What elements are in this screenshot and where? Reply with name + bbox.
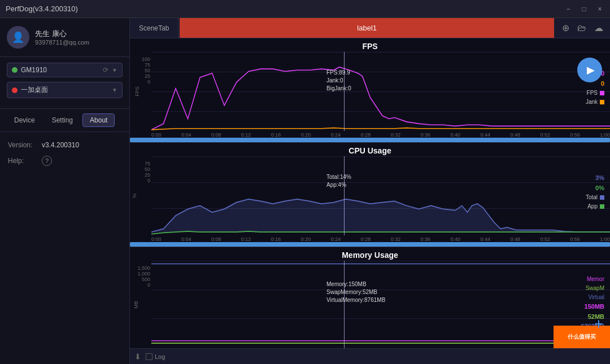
- tab-about[interactable]: About: [82, 113, 115, 127]
- app-chevron-icon: ▼: [112, 87, 117, 93]
- cpu-svg: [151, 156, 610, 235]
- memory-chart-inner: MB 1,500 1,000 500 0: [130, 261, 610, 348]
- topbar-icons: ⊕ 🗁 ☁: [555, 23, 610, 33]
- cpu-chart: CPU Usage % 75 50 25 0: [130, 143, 610, 247]
- add-chart-button[interactable]: +: [594, 315, 603, 333]
- fps-scrollbar-thumb[interactable]: [130, 138, 610, 142]
- app-label: 一加桌面: [21, 85, 108, 95]
- memory-title: Memory Usage: [130, 247, 610, 261]
- label-area[interactable]: label1: [180, 18, 554, 38]
- help-row: Help: ?: [8, 156, 121, 166]
- memory-y-axis-label: MB: [133, 301, 139, 309]
- device-row[interactable]: GM1910 ⟳ ▼: [7, 63, 123, 77]
- log-checkbox[interactable]: [146, 353, 152, 360]
- scene-tab[interactable]: SceneTab: [130, 18, 178, 38]
- topbar: SceneTab label1 ⊕ 🗁 ☁: [130, 18, 610, 38]
- cpu-scrollbar-track[interactable]: [130, 242, 610, 247]
- fps-title: FPS: [130, 38, 610, 52]
- expand-icon[interactable]: ⬇: [134, 352, 141, 361]
- cpu-y-axis-label: %: [132, 194, 137, 198]
- profile-info: 先生 康心 93978711@qq.com: [35, 29, 89, 46]
- help-label: Help:: [8, 157, 42, 165]
- app-title: PerfDog(v3.4.200310): [6, 5, 564, 13]
- tab-setting[interactable]: Setting: [45, 113, 80, 127]
- profile-email: 93978711@qq.com: [35, 39, 89, 46]
- cpu-scrollbar-thumb[interactable]: [130, 242, 610, 247]
- device-selector: GM1910 ⟳ ▼ 一加桌面 ▼: [0, 57, 129, 109]
- location-icon[interactable]: ⊕: [562, 23, 569, 33]
- minimize-button[interactable]: −: [564, 5, 573, 13]
- log-label: Log: [155, 353, 165, 360]
- app-row[interactable]: 一加桌面 ▼: [7, 82, 123, 98]
- profile-section: 👤 先生 康心 93978711@qq.com: [0, 18, 129, 57]
- cpu-x-axis: 0:00 0:04 0:08 0:12 0:16 0:20 0:24 0:28 …: [130, 235, 610, 242]
- fps-scrollbar-track[interactable]: [130, 138, 610, 142]
- cpu-marker-line: [344, 156, 345, 235]
- memory-svg: [151, 261, 610, 348]
- fps-chart-inner: FPS 100 75 50 25 0: [130, 52, 610, 131]
- fps-tooltip: FPS:89.9 Jank:0 BigJank:0: [326, 69, 351, 93]
- cpu-chart-area: Total:14% App:4% 3% 0% Total: [151, 156, 610, 235]
- version-row: Version: v3.4.200310: [8, 141, 121, 149]
- cpu-title: CPU Usage: [130, 143, 610, 156]
- profile-name: 先生 康心: [35, 29, 89, 39]
- memory-tooltip: Memory:150MB SwapMemory:52MB VirtualMemo…: [326, 280, 385, 304]
- tab-device[interactable]: Device: [7, 113, 42, 127]
- device-label: GM1910: [21, 66, 99, 74]
- help-icon[interactable]: ?: [42, 156, 52, 166]
- fps-marker-line: [344, 52, 345, 131]
- fps-x-axis: 0:00 0:04 0:08 0:12 0:16 0:20 0:24 0:28 …: [130, 131, 610, 138]
- chevron-down-icon: ▼: [112, 67, 117, 73]
- cpu-legend: 3% 0% Total App: [586, 173, 604, 211]
- log-checkbox-row: Log: [146, 353, 165, 360]
- memory-y-axis: 1,500 1,000 500 0: [130, 261, 151, 290]
- main-content: SceneTab label1 ⊕ 🗁 ☁ FPS FPS: [130, 18, 610, 364]
- cpu-y-axis: 75 50 25 0: [130, 156, 151, 186]
- sidebar: 👤 先生 康心 93978711@qq.com GM1910 ⟳ ▼ 一加桌面 …: [0, 18, 130, 364]
- bottombar: ⬇ Log: [130, 348, 610, 364]
- device-status-dot: [12, 67, 18, 73]
- about-content: Version: v3.4.200310 Help: ?: [0, 132, 129, 182]
- refresh-icon[interactable]: ⟳: [103, 66, 108, 74]
- memory-marker-line: [344, 261, 345, 348]
- memory-chart-area: Memory:150MB SwapMemory:52MB VirtualMemo…: [151, 261, 610, 348]
- play-button[interactable]: [577, 58, 602, 82]
- close-button[interactable]: ×: [595, 5, 604, 13]
- fps-y-axis-label: FPS: [134, 86, 140, 97]
- sidebar-tabs: Device Setting About: [0, 109, 129, 132]
- cpu-chart-inner: % 75 50 25 0: [130, 156, 610, 235]
- fps-svg: [151, 52, 610, 131]
- cpu-tooltip: Total:14% App:4%: [326, 173, 351, 189]
- avatar: 👤: [7, 26, 29, 49]
- memory-chart: Memory Usage MB 1,500 1,000 500 0: [130, 247, 610, 348]
- version-label: Version:: [8, 141, 42, 149]
- version-value: v3.4.200310: [42, 141, 79, 149]
- charts-area: FPS FPS 100 75 50 25 0: [130, 38, 610, 348]
- titlebar: PerfDog(v3.4.200310) − □ ×: [0, 0, 610, 18]
- app-body: 👤 先生 康心 93978711@qq.com GM1910 ⟳ ▼ 一加桌面 …: [0, 18, 610, 364]
- charts-wrapper: FPS FPS 100 75 50 25 0: [130, 38, 610, 348]
- fps-chart: FPS FPS 100 75 50 25 0: [130, 38, 610, 143]
- fps-chart-area: FPS:89.9 Jank:0 BigJank:0 0 0 FPS: [151, 52, 610, 131]
- app-status-dot: [12, 87, 18, 93]
- fps-y-axis: 100 75 50 25 0: [130, 52, 151, 87]
- maximize-button[interactable]: □: [580, 5, 589, 13]
- cloud-icon[interactable]: ☁: [594, 23, 603, 33]
- folder-icon[interactable]: 🗁: [577, 23, 586, 33]
